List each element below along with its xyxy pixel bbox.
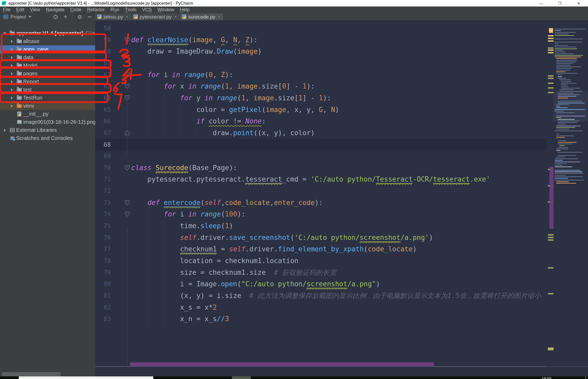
taskbar-window-preview[interactable]: [19, 376, 153, 379]
tool-row: Project jiekou.py×pytesseract.py×surecod…: [0, 13, 588, 20]
code-line-58[interactable]: 58: [95, 22, 588, 34]
chevron-collapsed-icon[interactable]: [9, 104, 15, 108]
project-tool-window-header[interactable]: Project: [0, 13, 95, 20]
code-line-68[interactable]: 68: [95, 139, 554, 151]
fold-connector-line: [127, 226, 127, 366]
chevron-collapsed-icon[interactable]: [9, 40, 15, 43]
code-line-80[interactable]: 80 i = Image.open("C:/auto python/screen…: [95, 278, 588, 290]
chevron-collapsed-icon[interactable]: [9, 64, 15, 67]
minimap-code-line: [555, 163, 567, 164]
fold-region-start-icon[interactable]: [124, 211, 130, 217]
chevron-down-icon[interactable]: [28, 16, 32, 18]
tree-item-label: data: [23, 54, 33, 60]
code-line-77[interactable]: 77 checknum1 = self.driver.find_element_…: [95, 243, 588, 255]
tab-close-icon[interactable]: ×: [174, 14, 177, 20]
code-line-66[interactable]: 66 if color != None:: [95, 115, 588, 127]
fold-region-start-icon[interactable]: [124, 72, 130, 78]
code-line-81[interactable]: 81 (x, y) = i.size # 此方法为调整保存后截图的显示比例，由于…: [95, 290, 588, 302]
project-horizontal-scrollbar[interactable]: [2, 372, 60, 376]
code-line-72[interactable]: 72: [95, 185, 588, 197]
editor-minimap[interactable]: [546, 20, 588, 366]
chevron-collapsed-icon[interactable]: [9, 80, 15, 83]
menu-edit[interactable]: Edit: [13, 7, 27, 13]
chevron-collapsed-icon[interactable]: [9, 88, 15, 91]
menu-file[interactable]: File: [0, 7, 13, 13]
code-line-64[interactable]: 64 for y in range(1, image.size[1] - 1):: [95, 92, 588, 104]
menu-help[interactable]: Help: [177, 7, 192, 13]
code-line-70[interactable]: 70class Surecode(Base_Page):: [95, 162, 588, 174]
chevron-collapsed-icon[interactable]: [2, 129, 8, 132]
hide-panel-icon[interactable]: [87, 14, 93, 20]
code-line-67[interactable]: 67 draw.point((x, y), color): [95, 127, 588, 139]
tab-close-icon[interactable]: ×: [218, 14, 220, 20]
tab-close-icon[interactable]: ×: [126, 14, 128, 20]
tab-pytesseract.py[interactable]: pytesseract.py×: [131, 13, 179, 20]
tree-item-testrun[interactable]: TestRun: [0, 94, 95, 102]
menu-tools[interactable]: Tools: [122, 7, 139, 13]
code-line-71[interactable]: 71 pytesseract.pytesseract.tesseract_cmd…: [95, 173, 588, 185]
line-number: 81: [96, 290, 111, 302]
close-button[interactable]: ✕: [569, 0, 588, 7]
line-number: 66: [96, 115, 111, 127]
gear-icon[interactable]: [77, 14, 83, 20]
taskbar-item[interactable]: [232, 376, 251, 379]
code-line-69[interactable]: 69: [95, 150, 588, 162]
code-line-74[interactable]: 74 for i in range(100):: [95, 208, 588, 220]
code-line-65[interactable]: 65 color = getPixel(image, x, y, G, N): [95, 104, 588, 116]
fold-region-start-icon[interactable]: [124, 95, 130, 101]
code-line-62[interactable]: 62 for i in range(0, Z):: [95, 69, 588, 81]
tree-item-data[interactable]: data: [0, 53, 95, 61]
code-line-59[interactable]: 59def clearNoise(image, G, N, Z):: [95, 34, 588, 46]
chevron-collapsed-icon[interactable]: [9, 96, 15, 100]
locate-file-icon[interactable]: [53, 14, 58, 20]
code-line-61[interactable]: 61: [95, 57, 588, 69]
editor-horizontal-scrollbar[interactable]: [130, 362, 434, 366]
tree-item-apps_case[interactable]: apps_case: [0, 45, 95, 53]
code-line-63[interactable]: 63 for x in range(1, image.size[0] - 1):: [95, 80, 588, 92]
tree-item-image001-03-18-16-26-12-.png[interactable]: image001(03-18-16-26-12).png: [0, 118, 95, 126]
tree-item-scratches-and-consoles[interactable]: Scratches and Consoles: [0, 134, 95, 142]
code-line-82[interactable]: 82 x_s = x*2: [95, 302, 588, 313]
tree-item-venv[interactable]: venv: [0, 102, 95, 110]
menu-code[interactable]: Code: [67, 7, 84, 13]
restore-button[interactable]: ❐: [550, 0, 569, 7]
project-panel-title: Project: [10, 14, 26, 20]
tree-item-model[interactable]: Model: [0, 61, 95, 70]
code-line-83[interactable]: 83 x_n = x_s//3: [95, 313, 588, 325]
fold-region-start-icon[interactable]: [124, 200, 130, 206]
chevron-collapsed-icon[interactable]: [9, 48, 15, 51]
code-line-76[interactable]: 76 self.driver.save_screenshot('C:/auto …: [95, 232, 588, 244]
tree-item-__init__.py[interactable]: __init__.py: [0, 110, 95, 118]
minimize-button[interactable]: —: [532, 0, 550, 7]
tree-item-pages[interactable]: pages: [0, 70, 95, 78]
chevron-collapsed-icon[interactable]: [9, 56, 15, 59]
tree-item-report[interactable]: Report: [0, 78, 95, 86]
tree-item-allcase[interactable]: allcase: [0, 37, 95, 45]
tree-item-external-libraries[interactable]: External Libraries: [0, 126, 95, 134]
fold-region-start-icon[interactable]: [124, 83, 130, 89]
code-line-79[interactable]: 79 size = checknum1.size # 获取验证码的长宽: [95, 267, 588, 278]
menu-view[interactable]: View: [27, 7, 43, 13]
menu-refactor[interactable]: Refactor: [84, 7, 108, 13]
code-line-73[interactable]: 73 def entercode(self,code_locate,enter_…: [95, 197, 588, 209]
chevron-collapsed-icon[interactable]: [9, 72, 15, 75]
menu-run[interactable]: Run: [108, 7, 122, 13]
vertical-scrollbar-thumb[interactable]: [549, 167, 554, 229]
minimap-viewport[interactable]: [553, 92, 588, 121]
tree-item-appcenter-v1.4-appcenter-[interactable]: appcenter V1.4 [appcenter]C:\auto: [0, 29, 95, 37]
fold-region-start-icon[interactable]: [124, 37, 130, 43]
collapse-all-icon[interactable]: [63, 14, 68, 20]
code-line-75[interactable]: 75 time.sleep(1): [95, 220, 588, 232]
chevron-expanded-icon[interactable]: [2, 32, 8, 34]
code-line-60[interactable]: 60 draw = ImageDraw.Draw(image): [95, 46, 588, 57]
tree-item-test[interactable]: test: [0, 86, 95, 94]
code-line-78[interactable]: 78 location = checknum1.location: [95, 255, 588, 267]
menu-navigate[interactable]: Navigate: [43, 7, 67, 13]
minimap-code-line: [559, 145, 565, 146]
fold-region-end-icon[interactable]: [124, 130, 130, 136]
menu-window[interactable]: Window: [155, 7, 177, 13]
menu-vcs[interactable]: VCS: [139, 7, 155, 13]
fold-region-start-icon[interactable]: [124, 165, 130, 171]
code-editor[interactable]: 5859def clearNoise(image, G, N, Z):60 dr…: [95, 20, 588, 366]
tab-jiekou.py[interactable]: jiekou.py×: [95, 13, 131, 20]
